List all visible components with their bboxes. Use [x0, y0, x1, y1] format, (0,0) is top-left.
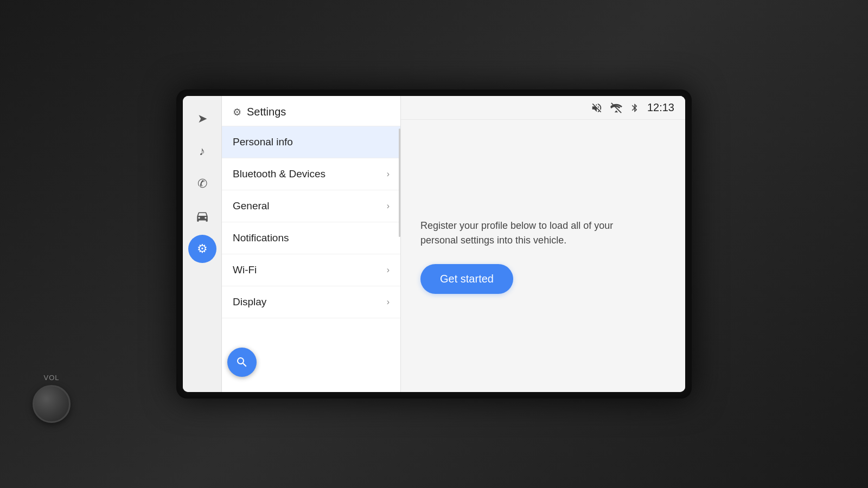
settings-item-display[interactable]: Display ›	[222, 286, 400, 318]
sidebar-item-phone[interactable]: ✆	[188, 170, 216, 198]
settings-item-notifications[interactable]: Notifications	[222, 222, 400, 254]
settings-item-wifi[interactable]: Wi-Fi ›	[222, 254, 400, 286]
sidebar: ➤ ♪ ✆ ⚙	[183, 96, 222, 392]
get-started-button[interactable]: Get started	[420, 264, 513, 294]
chevron-icon: ›	[387, 169, 390, 179]
vol-knob[interactable]	[33, 385, 71, 423]
status-bar: 12:13	[401, 96, 685, 120]
personal-info-label: Personal info	[233, 136, 293, 148]
search-icon	[235, 356, 248, 369]
settings-header-icon: ⚙	[233, 106, 241, 118]
status-time: 12:13	[647, 101, 674, 114]
content-panel: 12:13 Register your profile below to loa…	[401, 96, 685, 392]
settings-icon: ⚙	[197, 242, 208, 256]
chevron-icon: ›	[387, 265, 390, 275]
general-label: General	[233, 200, 270, 212]
screen: ➤ ♪ ✆ ⚙	[183, 96, 685, 392]
settings-title: Settings	[247, 106, 286, 118]
sidebar-item-settings[interactable]: ⚙	[188, 235, 216, 263]
vol-control: VOL	[33, 374, 71, 423]
volume-mute-icon	[591, 102, 603, 114]
chevron-icon: ›	[387, 297, 390, 307]
sidebar-item-navigation[interactable]: ➤	[188, 105, 216, 133]
settings-item-general[interactable]: General ›	[222, 190, 400, 222]
scroll-indicator	[399, 129, 400, 237]
wifi-label: Wi-Fi	[233, 264, 257, 276]
navigation-icon: ➤	[197, 112, 207, 126]
search-fab-button[interactable]	[227, 348, 257, 377]
settings-item-personal-info[interactable]: Personal info	[222, 126, 400, 158]
settings-header: ⚙ Settings	[222, 96, 400, 126]
sidebar-item-music[interactable]: ♪	[188, 137, 216, 165]
car-surround: VOL ➤ ♪ ✆	[0, 0, 868, 488]
vol-label: VOL	[43, 374, 59, 382]
vehicle-icon	[195, 209, 209, 223]
wifi-off-icon	[610, 102, 622, 114]
content-description: Register your profile below to load all …	[420, 219, 627, 248]
settings-panel: ⚙ Settings Personal info Bluetooth & Dev…	[222, 96, 401, 392]
settings-item-bluetooth-devices[interactable]: Bluetooth & Devices ›	[222, 158, 400, 190]
bluetooth-devices-label: Bluetooth & Devices	[233, 168, 326, 180]
notifications-label: Notifications	[233, 232, 289, 244]
chevron-icon: ›	[387, 201, 390, 211]
music-icon: ♪	[199, 144, 205, 158]
sidebar-item-vehicle[interactable]	[188, 202, 216, 230]
phone-icon: ✆	[197, 177, 207, 191]
bluetooth-icon	[630, 102, 640, 114]
screen-bezel: ➤ ♪ ✆ ⚙	[176, 89, 692, 399]
content-body: Register your profile below to load all …	[401, 120, 685, 392]
display-label: Display	[233, 296, 266, 308]
